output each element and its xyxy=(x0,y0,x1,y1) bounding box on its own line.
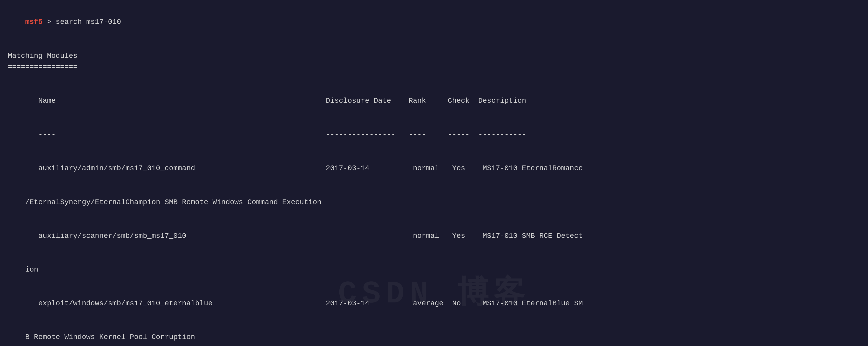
module-row-1: auxiliary/admin/smb/ms17_010_command 201… xyxy=(8,151,860,185)
sep-date: ---------------- xyxy=(317,131,409,139)
check-3: No xyxy=(452,299,483,307)
blank-line-1 xyxy=(8,39,860,50)
module-path-2: auxiliary/scanner/smb/smb_ms17_010 xyxy=(25,232,317,240)
module-row-2-cont: ion xyxy=(8,253,860,287)
col-check: Check xyxy=(448,97,478,105)
separator-line: ================ xyxy=(8,61,860,73)
desc-2-cont: ion xyxy=(25,266,38,273)
rank-3: average xyxy=(413,299,452,307)
module-row-2: auxiliary/scanner/smb/smb_ms17_010 norma… xyxy=(8,219,860,253)
col-name: Name xyxy=(25,97,317,105)
sep-name: ---- xyxy=(25,131,317,139)
terminal-window: CSDN 博客 msf5 > search ms17-010 Matching … xyxy=(8,5,860,346)
date-3: 2017-03-14 xyxy=(317,299,413,307)
desc-1-cont: /EternalSynergy/EternalChampion SMB Remo… xyxy=(25,198,321,206)
col-desc: Description xyxy=(478,97,526,105)
desc-3-cont: B Remote Windows Kernel Pool Corruption xyxy=(25,333,195,341)
module-path-3: exploit/windows/smb/ms17_010_eternalblue xyxy=(25,299,317,307)
check-2: Yes xyxy=(452,232,483,240)
column-headers: Name Disclosure Date Rank Check Descript… xyxy=(8,84,860,118)
module-path-1: auxiliary/admin/smb/ms17_010_command xyxy=(25,164,317,172)
matching-modules-header: Matching Modules xyxy=(8,50,860,61)
desc-3: MS17-010 EternalBlue SM xyxy=(483,299,583,307)
rank-1: normal xyxy=(413,164,452,172)
module-row-3-cont: B Remote Windows Kernel Pool Corruption xyxy=(8,320,860,346)
sep-check: ----- xyxy=(448,131,478,139)
date-1: 2017-03-14 xyxy=(317,164,413,172)
prompt-arrow: > xyxy=(42,18,56,26)
column-separators: ---- ---------------- ---- ----- -------… xyxy=(8,118,860,151)
check-1: Yes xyxy=(452,164,483,172)
date-2 xyxy=(317,232,413,240)
module-row-1-cont: /EternalSynergy/EternalChampion SMB Remo… xyxy=(8,185,860,219)
blank-line-2 xyxy=(8,73,860,84)
sep-rank: ---- xyxy=(409,131,448,139)
sep-desc: ----------- xyxy=(478,131,526,139)
prompt-msf-label: msf5 xyxy=(25,18,42,26)
desc-1: MS17-010 EternalRomance xyxy=(483,164,583,172)
search-command: search ms17-010 xyxy=(56,18,121,26)
col-date: Disclosure Date xyxy=(317,97,409,105)
module-row-3: exploit/windows/smb/ms17_010_eternalblue… xyxy=(8,287,860,320)
col-rank: Rank xyxy=(409,97,448,105)
desc-2: MS17-010 SMB RCE Detect xyxy=(483,232,583,240)
prompt-search-line: msf5 > search ms17-010 xyxy=(8,5,860,39)
rank-2: normal xyxy=(413,232,452,240)
